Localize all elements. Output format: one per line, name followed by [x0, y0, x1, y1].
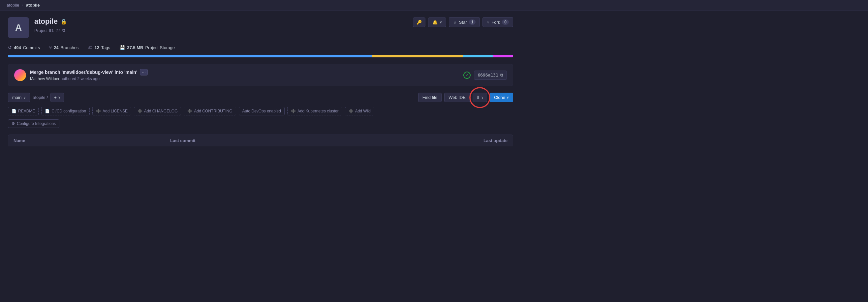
breadcrumb-current: atopile	[26, 3, 40, 8]
add-kubernetes-label: Add Kubernetes cluster	[298, 109, 339, 113]
tags-stat[interactable]: 🏷 12 Tags	[88, 45, 110, 50]
commit-info: Merge branch 'mawildoer/debug-view' into…	[30, 69, 148, 81]
add-contributing-label: Add CONTRIBUTING	[194, 109, 232, 113]
commits-icon: ↺	[8, 45, 12, 50]
download-dropdown-arrow: ∨	[481, 96, 484, 99]
breadcrumb-bar: atopile › atopile	[0, 0, 868, 10]
readme-icon: 📄	[11, 109, 17, 113]
branch-dropdown-arrow: ∨	[23, 96, 26, 99]
notification-button[interactable]: 🔔 ∨	[428, 18, 446, 27]
main-content: A atopile 🔒 Project ID: 27 ⧉ 🔑	[0, 10, 521, 153]
add-wiki-icon: ➕	[349, 109, 353, 113]
page-wrapper: atopile › atopile A atopile 🔒 Project ID…	[0, 0, 868, 302]
find-file-button[interactable]: Find file	[418, 93, 442, 102]
branches-stat[interactable]: ⑂ 24 Branches	[49, 45, 79, 50]
lang-segment-2	[372, 55, 463, 57]
add-changelog-button[interactable]: ➕ Add CHANGELOG	[134, 107, 181, 115]
col-header-name: Name	[13, 138, 170, 143]
key-icon: 🔑	[416, 20, 422, 25]
download-button[interactable]: ⬇ ∨	[473, 93, 487, 102]
settings-button[interactable]: 🔑	[413, 18, 426, 27]
configure-label: Configure Integrations	[17, 121, 56, 126]
configure-icon: ⚙	[11, 121, 15, 126]
commit-message-row: Merge branch 'mawildoer/debug-view' into…	[30, 69, 148, 75]
cicd-button[interactable]: 📄 CI/CD configuration	[41, 107, 90, 115]
commit-hash-button[interactable]: 6696a131 ⧉	[474, 71, 507, 80]
download-button-wrapper: ⬇ ∨	[473, 93, 487, 102]
commit-meta: Matthew Wildoer authored 2 weeks ago	[30, 76, 148, 81]
path-breadcrumb: atopile /	[33, 95, 48, 100]
tags-icon: 🏷	[88, 45, 92, 50]
find-file-label: Find file	[423, 95, 438, 100]
add-contributing-icon: ➕	[187, 109, 192, 113]
configure-integrations-row: ⚙ Configure Integrations	[8, 119, 513, 128]
web-ide-label: Web IDE	[448, 95, 466, 100]
storage-label: Project Storage	[145, 45, 175, 50]
project-id: Project ID: 27 ⧉	[34, 28, 67, 33]
cicd-label: CI/CD configuration	[52, 109, 86, 113]
commit-dots-button[interactable]: ···	[140, 69, 148, 75]
star-label: Star	[459, 20, 467, 25]
add-license-icon: ➕	[96, 109, 101, 113]
configure-integrations-button[interactable]: ⚙ Configure Integrations	[8, 119, 59, 128]
add-changelog-label: Add CHANGELOG	[144, 109, 178, 113]
commits-stat[interactable]: ↺ 494 Commits	[8, 45, 40, 50]
web-ide-button[interactable]: Web IDE	[444, 93, 470, 102]
auto-devops-label: Auto DevOps enabled	[242, 109, 281, 113]
add-file-button[interactable]: + ∨	[51, 93, 64, 102]
auto-devops-button[interactable]: Auto DevOps enabled	[239, 107, 285, 115]
storage-size: 37.5 MB	[127, 45, 143, 50]
branches-icon: ⑂	[49, 45, 52, 50]
add-contributing-button[interactable]: ➕ Add CONTRIBUTING	[184, 107, 236, 115]
commits-label: Commits	[23, 45, 40, 50]
col-header-commit: Last commit	[170, 138, 484, 143]
add-changelog-icon: ➕	[137, 109, 143, 113]
add-license-label: Add LICENSE	[102, 109, 128, 113]
add-kubernetes-button[interactable]: ➕ Add Kubernetes cluster	[287, 107, 342, 115]
add-license-button[interactable]: ➕ Add LICENSE	[92, 107, 131, 115]
add-wiki-button[interactable]: ➕ Add Wiki	[345, 107, 374, 115]
star-icon: ☆	[453, 20, 457, 25]
project-avatar: A	[8, 17, 29, 38]
bell-icon: 🔔	[432, 20, 438, 25]
quick-actions: 📄 README 📄 CI/CD configuration ➕ Add LIC…	[8, 107, 513, 115]
commit-authored-label: authored	[61, 76, 78, 81]
file-table-header: Name Last commit Last update	[8, 135, 513, 146]
project-header: A atopile 🔒 Project ID: 27 ⧉ 🔑	[8, 17, 513, 38]
stats-row: ↺ 494 Commits ⑂ 24 Branches 🏷 12 Tags 💾 …	[8, 45, 513, 50]
commits-count: 494	[14, 45, 21, 50]
lang-segment-3	[463, 55, 493, 57]
commit-right: ✓ 6696a131 ⧉	[463, 71, 507, 80]
fork-button[interactable]: ⑂ Fork 0	[483, 17, 513, 27]
commit-hash-text: 6696a131	[477, 72, 498, 77]
copy-project-id-icon[interactable]: ⧉	[62, 28, 65, 33]
commit-author[interactable]: Matthew Wildoer	[30, 76, 59, 81]
commit-copy-icon[interactable]: ⧉	[500, 72, 503, 78]
branches-count: 24	[54, 45, 58, 50]
clone-dropdown-arrow: ∨	[506, 96, 509, 99]
readme-button[interactable]: 📄 README	[8, 107, 39, 115]
add-wiki-label: Add Wiki	[355, 109, 371, 113]
breadcrumb-parent[interactable]: atopile	[7, 3, 19, 8]
add-dropdown-arrow: ∨	[58, 96, 60, 99]
path-root[interactable]: atopile	[33, 95, 45, 100]
branch-selector[interactable]: main ∨	[8, 93, 30, 102]
project-name: atopile	[34, 17, 58, 26]
path-sep: /	[47, 95, 48, 100]
commit-message-text[interactable]: Merge branch 'mawildoer/debug-view' into…	[30, 70, 137, 75]
add-icon: +	[54, 95, 57, 100]
download-icon: ⬇	[476, 95, 480, 100]
tags-count: 12	[94, 45, 99, 50]
add-kubernetes-icon: ➕	[291, 109, 296, 113]
clone-label: Clone	[494, 95, 505, 100]
fork-icon: ⑂	[487, 20, 489, 25]
project-name-row: atopile 🔒	[34, 17, 67, 26]
branch-name: main	[12, 95, 22, 100]
project-details: atopile 🔒 Project ID: 27 ⧉	[34, 17, 67, 33]
star-button[interactable]: ☆ Star 1	[449, 17, 480, 27]
commit-time: 2 weeks ago	[77, 76, 99, 81]
project-id-text: Project ID: 27	[34, 28, 60, 33]
project-info: A atopile 🔒 Project ID: 27 ⧉	[8, 17, 67, 38]
clone-button[interactable]: Clone ∨	[490, 93, 513, 102]
fork-label: Fork	[491, 20, 500, 25]
